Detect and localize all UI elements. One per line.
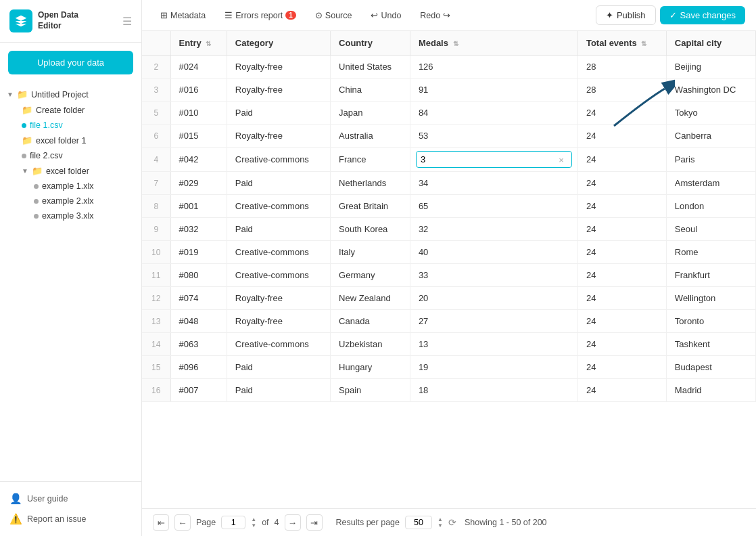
- cell-medals[interactable]: 40: [410, 241, 577, 264]
- cell-medals[interactable]: 32: [410, 218, 577, 241]
- prev-page-button[interactable]: ←: [174, 514, 191, 531]
- cell-total_events[interactable]: 24: [577, 287, 666, 310]
- sidebar-item-excel-folder1[interactable]: 📁 excel folder 1: [15, 133, 141, 148]
- clear-cell-button[interactable]: ×: [559, 154, 564, 164]
- cell-capital_city[interactable]: Amsterdam: [666, 172, 755, 195]
- source-button[interactable]: ⊙ Source: [308, 6, 360, 24]
- next-page-button[interactable]: →: [285, 514, 301, 531]
- cell-category[interactable]: Royalty-free: [227, 287, 330, 310]
- cell-capital_city[interactable]: Seoul: [666, 218, 755, 241]
- project-root[interactable]: ▼ 📁 Untitled Project: [0, 87, 141, 102]
- page-down-icon[interactable]: ▼: [251, 523, 256, 529]
- cell-capital_city[interactable]: London: [666, 195, 755, 218]
- cell-medals[interactable]: 34: [410, 172, 577, 195]
- cell-total_events[interactable]: 24: [577, 241, 666, 264]
- cell-category[interactable]: Paid: [227, 218, 330, 241]
- publish-button[interactable]: ✦ Publish: [596, 5, 656, 25]
- sidebar-item-example2[interactable]: example 2.xlx: [27, 194, 141, 208]
- cell-medals[interactable]: 91: [410, 79, 577, 102]
- cell-country[interactable]: Germany: [331, 264, 410, 287]
- cell-country[interactable]: New Zealand: [331, 287, 410, 310]
- col-entry[interactable]: Entry ⇅: [170, 31, 227, 55]
- cell-category[interactable]: Creative-commons: [227, 264, 330, 287]
- cell-medals[interactable]: 53: [410, 125, 577, 148]
- cell-category[interactable]: Paid: [227, 172, 330, 195]
- cell-category[interactable]: Paid: [227, 102, 330, 125]
- cell-capital_city[interactable]: Budapest: [666, 356, 755, 379]
- create-folder-item[interactable]: 📁 Create folder: [15, 102, 141, 118]
- cell-entry[interactable]: #015: [170, 125, 227, 148]
- col-country[interactable]: Country: [331, 31, 410, 55]
- cell-category[interactable]: Creative-commons: [227, 333, 330, 356]
- cell-country[interactable]: Italy: [331, 241, 410, 264]
- refresh-icon[interactable]: ⟳: [448, 517, 456, 528]
- cell-category[interactable]: Paid: [227, 356, 330, 379]
- save-changes-button[interactable]: ✓ Save changes: [660, 6, 745, 24]
- cell-entry[interactable]: #024: [170, 55, 227, 79]
- per-page-input[interactable]: [405, 516, 432, 529]
- cell-capital_city[interactable]: Canberra: [666, 125, 755, 148]
- cell-country[interactable]: Spain: [331, 379, 410, 402]
- user-guide-link[interactable]: 👤 User guide: [7, 489, 135, 509]
- cell-category[interactable]: Royalty-free: [227, 310, 330, 333]
- cell-total_events[interactable]: 24: [577, 333, 666, 356]
- cell-capital_city[interactable]: Tokyo: [666, 102, 755, 125]
- cell-total_events[interactable]: 24: [577, 356, 666, 379]
- cell-medals[interactable]: 33: [410, 264, 577, 287]
- cell-capital_city[interactable]: Frankfurt: [666, 264, 755, 287]
- cell-country[interactable]: South Korea: [331, 218, 410, 241]
- cell-country[interactable]: Australia: [331, 125, 410, 148]
- cell-capital_city[interactable]: Paris: [666, 148, 755, 172]
- cell-total_events[interactable]: 24: [577, 195, 666, 218]
- cell-country[interactable]: Hungary: [331, 356, 410, 379]
- cell-medals[interactable]: 27: [410, 310, 577, 333]
- cell-entry[interactable]: #029: [170, 172, 227, 195]
- cell-entry[interactable]: #032: [170, 218, 227, 241]
- errors-report-button[interactable]: ☰ Errors report 1: [217, 6, 304, 24]
- cell-medals[interactable]: 13: [410, 333, 577, 356]
- cell-entry[interactable]: #016: [170, 79, 227, 102]
- page-up-icon[interactable]: ▲: [251, 517, 256, 522]
- cell-category[interactable]: Royalty-free: [227, 125, 330, 148]
- per-page-up-icon[interactable]: ▲: [438, 517, 443, 522]
- cell-entry[interactable]: #048: [170, 310, 227, 333]
- cell-country[interactable]: Great Britain: [331, 195, 410, 218]
- per-page-down-icon[interactable]: ▼: [438, 523, 443, 529]
- cell-entry[interactable]: #063: [170, 333, 227, 356]
- sidebar-item-example3[interactable]: example 3.xlx: [27, 208, 141, 223]
- cell-total_events[interactable]: 24: [577, 264, 666, 287]
- cell-category[interactable]: Creative-commons: [227, 195, 330, 218]
- cell-category[interactable]: Royalty-free: [227, 79, 330, 102]
- cell-entry[interactable]: #096: [170, 356, 227, 379]
- cell-medals[interactable]: ×: [410, 148, 577, 172]
- cell-total_events[interactable]: 24: [577, 310, 666, 333]
- cell-entry[interactable]: #080: [170, 264, 227, 287]
- cell-total_events[interactable]: 24: [577, 218, 666, 241]
- cell-medals[interactable]: 18: [410, 379, 577, 402]
- cell-medals[interactable]: 84: [410, 102, 577, 125]
- cell-capital_city[interactable]: Rome: [666, 241, 755, 264]
- cell-entry[interactable]: #010: [170, 102, 227, 125]
- cell-category[interactable]: Paid: [227, 379, 330, 402]
- sidebar-item-file1[interactable]: file 1.csv: [15, 118, 141, 133]
- sidebar-item-example1[interactable]: example 1.xlx: [27, 179, 141, 194]
- cell-country[interactable]: France: [331, 148, 410, 172]
- cell-entry[interactable]: #074: [170, 287, 227, 310]
- cell-capital_city[interactable]: Tashkent: [666, 333, 755, 356]
- metadata-button[interactable]: ⊞ Metadata: [153, 6, 213, 24]
- cell-entry[interactable]: #042: [170, 148, 227, 172]
- cell-category[interactable]: Royalty-free: [227, 55, 330, 79]
- cell-medals[interactable]: 65: [410, 195, 577, 218]
- undo-button[interactable]: ↩ Undo: [363, 6, 408, 24]
- cell-capital_city[interactable]: Beijing: [666, 55, 755, 79]
- upload-data-button[interactable]: Upload your data: [8, 51, 133, 74]
- cell-entry[interactable]: #007: [170, 379, 227, 402]
- cell-entry[interactable]: #001: [170, 195, 227, 218]
- sidebar-toggle-button[interactable]: ☰: [122, 15, 132, 28]
- cell-capital_city[interactable]: Wellington: [666, 287, 755, 310]
- cell-country[interactable]: Uzbekistan: [331, 333, 410, 356]
- cell-medals[interactable]: 126: [410, 55, 577, 79]
- cell-capital_city[interactable]: Madrid: [666, 379, 755, 402]
- last-page-button[interactable]: ⇥: [306, 514, 323, 531]
- cell-country[interactable]: Netherlands: [331, 172, 410, 195]
